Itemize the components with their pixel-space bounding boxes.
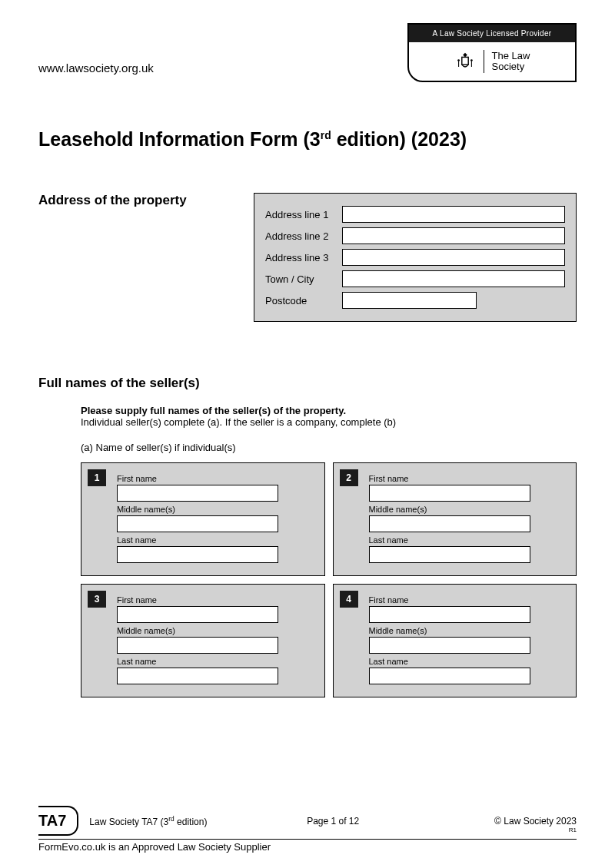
address-input-1[interactable] bbox=[342, 227, 565, 244]
address-input-0[interactable] bbox=[342, 206, 565, 223]
law-society-logo: The Law Society bbox=[409, 42, 575, 81]
seller-last-label: Last name bbox=[117, 535, 315, 545]
footer: TA7 Law Society TA7 (3rd edition) Page 1… bbox=[38, 806, 577, 853]
address-box: Address line 1Address line 2Address line… bbox=[254, 193, 577, 322]
form-code-badge: TA7 bbox=[38, 806, 78, 836]
footer-copyright: © Law Society 2023 R1 bbox=[414, 816, 577, 827]
seller-3-last-input[interactable] bbox=[117, 668, 278, 684]
page: www.lawsociety.org.uk A Law Society Lice… bbox=[0, 0, 615, 868]
header: www.lawsociety.org.uk A Law Society Lice… bbox=[38, 23, 577, 82]
sellers-heading: Full names of the seller(s) bbox=[38, 376, 577, 391]
crest-icon bbox=[454, 51, 476, 72]
logo-text-line2: Society bbox=[492, 61, 530, 72]
address-heading: Address of the property bbox=[38, 193, 238, 322]
logo-text: The Law Society bbox=[492, 51, 530, 73]
svg-rect-0 bbox=[461, 57, 467, 65]
address-label: Address line 2 bbox=[265, 230, 342, 242]
seller-fields: First nameMiddle name(s)Last name bbox=[117, 474, 315, 563]
seller-2-middle-input[interactable] bbox=[369, 515, 530, 532]
seller-middle-label: Middle name(s) bbox=[117, 626, 315, 635]
address-row: Town / City bbox=[265, 270, 565, 287]
seller-middle-label: Middle name(s) bbox=[369, 505, 567, 514]
seller-1-first-input[interactable] bbox=[117, 485, 278, 502]
footer-left: Law Society TA7 (3rd edition) bbox=[89, 815, 251, 827]
seller-box-4: 4First nameMiddle name(s)Last name bbox=[333, 584, 577, 697]
seller-number-badge: 1 bbox=[88, 469, 106, 486]
seller-fields: First nameMiddle name(s)Last name bbox=[369, 474, 567, 563]
seller-number-badge: 4 bbox=[340, 591, 358, 608]
address-row: Address line 1 bbox=[265, 206, 565, 223]
seller-1-last-input[interactable] bbox=[117, 546, 278, 563]
seller-number-badge: 2 bbox=[340, 469, 358, 486]
seller-grid: 1First nameMiddle name(s)Last name2First… bbox=[81, 462, 577, 697]
seller-last-label: Last name bbox=[369, 657, 567, 666]
seller-1-middle-input[interactable] bbox=[117, 515, 278, 532]
address-label: Address line 1 bbox=[265, 209, 342, 220]
logo-divider bbox=[484, 50, 484, 73]
provider-bar-text: A Law Society Licensed Provider bbox=[409, 25, 575, 42]
seller-3-middle-input[interactable] bbox=[117, 637, 278, 654]
footer-main: TA7 Law Society TA7 (3rd edition) Page 1… bbox=[38, 806, 577, 836]
svg-point-1 bbox=[457, 59, 460, 61]
seller-first-label: First name bbox=[369, 474, 567, 483]
seller-middle-label: Middle name(s) bbox=[117, 505, 315, 514]
logo-text-line1: The Law bbox=[492, 51, 530, 61]
seller-first-label: First name bbox=[369, 595, 567, 605]
seller-first-label: First name bbox=[117, 595, 315, 605]
page-title: Leasehold Information Form (3rd edition)… bbox=[38, 128, 577, 151]
website-url: www.lawsociety.org.uk bbox=[38, 61, 154, 82]
address-row: Postcode bbox=[265, 292, 565, 309]
seller-first-label: First name bbox=[117, 474, 315, 483]
seller-3-first-input[interactable] bbox=[117, 606, 278, 623]
footer-supplier: FormEvo.co.uk is an Approved Law Society… bbox=[38, 839, 577, 853]
address-label: Postcode bbox=[265, 295, 342, 306]
footer-revision: R1 bbox=[569, 827, 577, 833]
seller-last-label: Last name bbox=[369, 535, 567, 545]
seller-4-last-input[interactable] bbox=[369, 668, 530, 684]
seller-box-3: 3First nameMiddle name(s)Last name bbox=[81, 584, 325, 697]
sellers-body: Please supply full names of the seller(s… bbox=[81, 405, 577, 697]
svg-point-2 bbox=[470, 59, 473, 61]
sellers-instruction: Individual seller(s) complete (a). If th… bbox=[81, 416, 577, 428]
footer-page-number: Page 1 of 12 bbox=[252, 816, 414, 827]
sellers-instruction-strong: Please supply full names of the seller(s… bbox=[81, 405, 577, 416]
seller-box-2: 2First nameMiddle name(s)Last name bbox=[333, 462, 577, 576]
seller-number-badge: 3 bbox=[88, 591, 106, 608]
seller-4-first-input[interactable] bbox=[369, 606, 530, 623]
address-input-3[interactable] bbox=[342, 270, 565, 287]
seller-2-first-input[interactable] bbox=[369, 485, 530, 502]
address-input-4[interactable] bbox=[342, 292, 477, 309]
seller-box-1: 1First nameMiddle name(s)Last name bbox=[81, 462, 325, 576]
seller-last-label: Last name bbox=[117, 657, 315, 666]
address-label: Town / City bbox=[265, 273, 342, 285]
sellers-sub-a: (a) Name of seller(s) if individual(s) bbox=[81, 442, 577, 453]
address-row: Address line 3 bbox=[265, 249, 565, 266]
seller-middle-label: Middle name(s) bbox=[369, 626, 567, 635]
seller-4-middle-input[interactable] bbox=[369, 637, 530, 654]
provider-badge: A Law Society Licensed Provider The Law … bbox=[407, 23, 577, 82]
address-input-2[interactable] bbox=[342, 249, 565, 266]
address-row: Address line 2 bbox=[265, 227, 565, 244]
seller-fields: First nameMiddle name(s)Last name bbox=[369, 595, 567, 684]
seller-fields: First nameMiddle name(s)Last name bbox=[117, 595, 315, 684]
seller-2-last-input[interactable] bbox=[369, 546, 530, 563]
address-section: Address of the property Address line 1Ad… bbox=[38, 193, 577, 322]
address-label: Address line 3 bbox=[265, 252, 342, 263]
